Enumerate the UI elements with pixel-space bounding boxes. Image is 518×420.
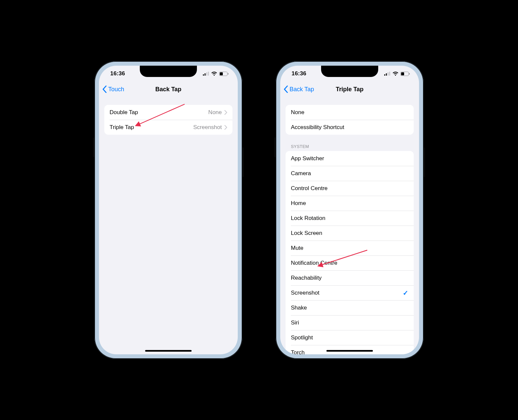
svg-rect-11 [389, 72, 390, 76]
row-screenshot[interactable]: Screenshot✓ [286, 285, 414, 300]
row-double-tap[interactable]: Double Tap None [104, 105, 232, 120]
wifi-icon [392, 72, 398, 76]
settings-group-system: App SwitcherCameraControl CentreHomeLock… [286, 151, 414, 354]
row-torch[interactable]: Torch [286, 345, 414, 354]
row-label: Reachability [291, 275, 408, 281]
row-label: Lock Rotation [291, 215, 408, 222]
svg-rect-14 [409, 73, 410, 75]
notch [140, 66, 197, 77]
row-camera[interactable]: Camera [286, 166, 414, 181]
row-lock-rotation[interactable]: Lock Rotation [286, 211, 414, 226]
svg-rect-5 [220, 72, 223, 75]
nav-bar: Touch Back Tap [99, 82, 238, 97]
svg-rect-10 [388, 72, 388, 76]
settings-group: Double Tap None Triple Tap Screenshot [104, 105, 232, 135]
battery-icon [400, 72, 410, 76]
row-value: None [208, 109, 222, 116]
chevron-right-icon [224, 125, 227, 130]
row-label: Lock Screen [291, 230, 408, 237]
nav-bar: Back Tap Triple Tap [280, 82, 419, 97]
page-title: Back Tap [155, 86, 182, 93]
page-title: Triple Tap [336, 86, 364, 93]
svg-rect-2 [206, 72, 207, 76]
content-area: None Accessibility Shortcut SYSTEM App S… [280, 97, 419, 354]
phone-frame-left: 16:36 Touch Back Tap Double Tap [94, 61, 242, 359]
row-siri[interactable]: Siri [286, 315, 414, 330]
svg-rect-0 [203, 74, 204, 76]
home-indicator[interactable] [145, 350, 192, 352]
svg-rect-13 [401, 72, 404, 75]
row-label: Triple Tap [110, 124, 193, 131]
row-shake[interactable]: Shake [286, 300, 414, 315]
row-reachability[interactable]: Reachability [286, 270, 414, 285]
row-label: App Switcher [291, 155, 408, 162]
row-label: Home [291, 200, 408, 207]
screen-right: 16:36 Back Tap Triple Tap None [280, 66, 419, 354]
row-lock-screen[interactable]: Lock Screen [286, 226, 414, 241]
chevron-left-icon [284, 86, 288, 93]
chevron-right-icon [224, 110, 227, 115]
row-label: Camera [291, 170, 408, 177]
row-label: Control Centre [291, 185, 408, 192]
phone-frame-right: 16:36 Back Tap Triple Tap None [276, 61, 424, 359]
svg-rect-8 [384, 74, 385, 76]
row-label: Double Tap [110, 109, 208, 116]
chevron-left-icon [102, 86, 107, 93]
row-none[interactable]: None [286, 105, 414, 120]
row-label: Spotlight [291, 334, 408, 341]
settings-group-top: None Accessibility Shortcut [286, 105, 414, 135]
row-home[interactable]: Home [286, 196, 414, 211]
battery-icon [219, 72, 228, 76]
row-app-switcher[interactable]: App Switcher [286, 151, 414, 166]
row-mute[interactable]: Mute [286, 241, 414, 255]
row-spotlight[interactable]: Spotlight [286, 330, 414, 345]
content-area: Double Tap None Triple Tap Screenshot [99, 97, 238, 354]
notch [321, 66, 378, 77]
back-button[interactable]: Touch [102, 82, 124, 97]
svg-rect-1 [205, 73, 206, 76]
row-triple-tap[interactable]: Triple Tap Screenshot [104, 120, 232, 135]
status-time: 16:36 [292, 70, 306, 77]
row-value: Screenshot [193, 124, 222, 131]
row-control-centre[interactable]: Control Centre [286, 181, 414, 196]
group-header-system: SYSTEM [291, 144, 408, 149]
cellular-icon [203, 72, 209, 76]
status-icons [384, 72, 410, 76]
svg-rect-9 [386, 73, 387, 76]
screen-left: 16:36 Touch Back Tap Double Tap [99, 66, 238, 354]
status-time: 16:36 [110, 70, 125, 77]
home-indicator[interactable] [326, 350, 373, 352]
cellular-icon [384, 72, 390, 76]
checkmark-icon: ✓ [403, 289, 408, 297]
wifi-icon [211, 72, 217, 76]
row-label: Siri [291, 319, 408, 326]
row-label: Mute [291, 245, 408, 251]
row-label: None [291, 109, 408, 116]
row-accessibility-shortcut[interactable]: Accessibility Shortcut [286, 120, 414, 135]
row-notification-centre[interactable]: Notification Centre [286, 255, 414, 270]
row-label: Accessibility Shortcut [291, 124, 408, 131]
row-label: Notification Centre [291, 260, 408, 266]
back-label: Touch [108, 86, 124, 93]
row-label: Shake [291, 305, 408, 311]
svg-rect-6 [228, 73, 228, 75]
row-label: Screenshot [291, 290, 403, 296]
back-label: Back Tap [290, 86, 314, 93]
status-icons [203, 72, 228, 76]
svg-rect-3 [208, 72, 209, 76]
back-button[interactable]: Back Tap [284, 82, 314, 97]
